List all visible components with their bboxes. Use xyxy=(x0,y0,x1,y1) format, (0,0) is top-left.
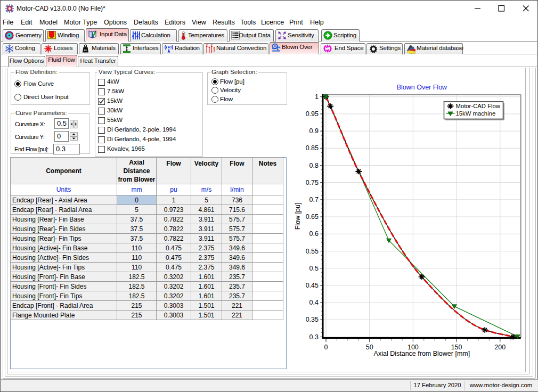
svg-text:0.85: 0.85 xyxy=(306,144,319,152)
svg-text:0.8: 0.8 xyxy=(309,162,319,169)
svg-text:0.55: 0.55 xyxy=(306,248,319,255)
svg-text:50: 50 xyxy=(366,344,373,351)
svg-text:0.3: 0.3 xyxy=(309,333,319,341)
svg-text:kn: kn xyxy=(84,48,87,52)
svg-text:Blown Over Flow: Blown Over Flow xyxy=(397,84,447,91)
svg-text:0.45: 0.45 xyxy=(306,282,319,289)
svg-text:15kW machine: 15kW machine xyxy=(456,110,496,117)
svg-text:0.6: 0.6 xyxy=(309,230,319,238)
svg-text:Axial Distance from Blower [mm: Axial Distance from Blower [mm] xyxy=(374,350,470,357)
svg-text:1: 1 xyxy=(315,93,319,101)
svg-text:0: 0 xyxy=(324,344,328,351)
svg-text:0.65: 0.65 xyxy=(306,213,319,220)
svg-text:0.35: 0.35 xyxy=(306,316,319,323)
svg-text:200: 200 xyxy=(494,344,506,351)
svg-text:0.7: 0.7 xyxy=(309,196,319,203)
svg-text:0.75: 0.75 xyxy=(306,179,319,186)
svg-text:Motor-CAD Flow: Motor-CAD Flow xyxy=(456,103,501,109)
svg-text:0.95: 0.95 xyxy=(306,110,319,118)
svg-text:Flow [pu]: Flow [pu] xyxy=(294,203,301,230)
svg-text:0.4: 0.4 xyxy=(309,299,319,306)
svg-text:0.5: 0.5 xyxy=(309,265,319,272)
svg-text:0.9: 0.9 xyxy=(309,127,319,135)
